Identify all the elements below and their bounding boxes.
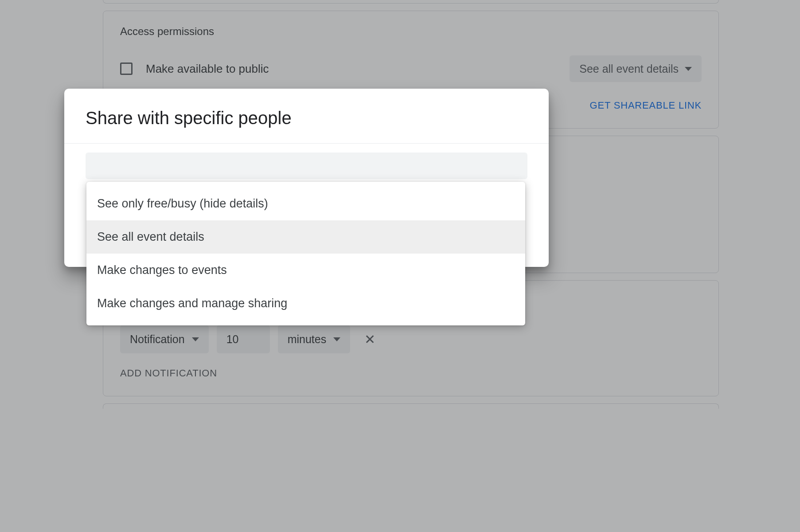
permission-level-menu: See only free/busy (hide details) See al… (86, 182, 525, 325)
menu-item-manage-sharing[interactable]: Make changes and manage sharing (86, 287, 525, 320)
menu-item-make-changes[interactable]: Make changes to events (86, 254, 525, 287)
add-people-input[interactable] (86, 153, 527, 179)
share-dialog-title: Share with specific people (64, 89, 549, 144)
menu-item-see-all-details[interactable]: See all event details (86, 220, 525, 254)
menu-item-free-busy[interactable]: See only free/busy (hide details) (86, 187, 525, 220)
